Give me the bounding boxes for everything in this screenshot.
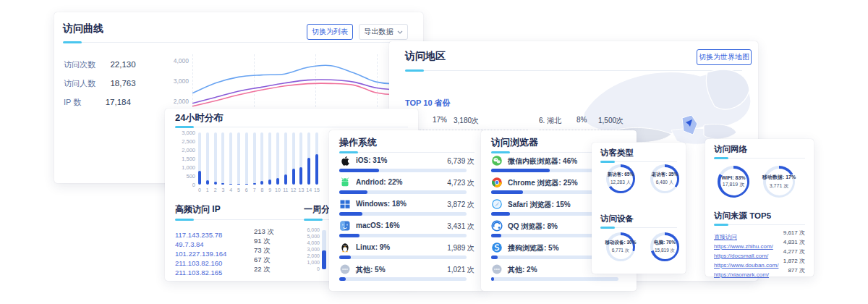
source-count: 4,277 次 [783,248,805,256]
weekly-bar-chart [322,230,329,269]
device-title: 访问设备 [600,214,634,224]
source-link[interactable]: https://xiaomark.com/ [714,271,769,278]
visitor-device-card: 访客类型 新访客: 65%12,283 人 老访客: 35%6,480 人 访问… [592,143,686,274]
returning-visitor-donut: 老访客: 35%6,480 人 [650,164,679,193]
browser-label: Safari 浏览器: 15% [508,200,571,210]
os-label: iOS: 31% [356,156,387,164]
windows-icon [339,198,351,210]
export-data-button[interactable]: 导出数据 [359,24,408,40]
linux-icon [339,242,351,253]
os-progress [339,190,467,194]
title-divider [339,152,475,153]
mobile-data-donut: 移动数据: 17%3,771 次 [763,166,795,198]
wechat-icon [491,155,503,166]
os-label: Windows: 18% [356,200,407,208]
title-divider [175,127,408,127]
os-count: 4,723 次 [447,178,475,188]
province-row-6: 6. 湖北 8% 1,500次 [539,116,644,132]
province-name: 6. 湖北 [539,116,561,126]
source-count: 877 次 [788,266,805,274]
region-title: 访问地区 [405,50,446,63]
os-row-other: 其他: 5% 1,021 次 [339,263,475,275]
os-row-android: Andriod: 22% 4,723 次 [339,177,475,188]
os-progress [339,169,467,172]
stat-value: 22,130 [110,60,135,69]
ip-count: 213 次 [254,227,274,237]
title-divider [63,42,414,43]
new-visitor-donut: 新访客: 65%12,283 人 [606,164,635,193]
browser-label: Chrome 浏览器: 25% [508,178,578,188]
province-percent: 17% [433,116,447,124]
other-icon [339,263,351,275]
qq-icon [491,220,503,232]
ip-count: 91 次 [254,237,271,246]
os-count: 1,021 次 [447,265,475,275]
weekly-y-axis: 6,0005,0004,0003,0002,0001,0000 [294,230,320,274]
os-row-ios: iOS: 31% 6,739 次 [339,155,475,166]
ip-row: 117.143.235.78 213 次 [175,227,291,237]
macos-icon [339,220,351,232]
android-icon [339,177,351,188]
province-percent: 8% [576,116,587,124]
frequent-ip-title: 高频访问 IP [175,203,221,216]
source-row: https://www.zhihu.com/ 4,831 次 [714,238,805,246]
stat-value: 18,763 [110,79,135,88]
province-count: 1,500次 [598,116,624,126]
source-count: 4,831 次 [783,238,805,246]
chrome-icon [491,177,503,188]
os-progress [339,277,467,281]
os-count: 3,872 次 [447,200,475,210]
ip-count-stat: IP 数 17,184 [64,95,131,108]
network-source-card: 访问网络 WIFI: 83%17,819 次 移动数据: 17%3,771 次 … [705,139,814,276]
switch-to-list-button[interactable]: 切换为列表 [307,24,353,40]
os-label: Andriod: 22% [356,178,402,186]
hourly-title: 24小时分布 [175,111,223,124]
ip-count: 67 次 [254,256,271,265]
source-row: https://xiaomark.com/ 877 次 [714,266,805,274]
ip-row: 211.103.82.160 67 次 [175,256,291,265]
title-divider [600,227,677,228]
stat-label: 访问次数 [64,60,95,69]
browser-label: 搜狗浏览器: 5% [508,243,559,253]
title-divider [600,161,677,162]
os-count: 1,989 次 [447,243,475,253]
os-row-linux: Linux: 9% 1,989 次 [339,242,475,253]
os-label: Linux: 9% [356,243,390,251]
source-row: https://docsmall.com/ 4,277 次 [714,248,805,256]
hourly-y-axis: 3,0002,5002,0001,5001,0005000 [165,132,195,190]
visit-count-stat: 访问次数 22,130 [64,57,136,70]
browser-label: 微信内嵌浏览器: 46% [508,156,577,166]
os-progress [339,234,467,237]
source-count: 1,872 次 [783,257,805,265]
stat-value: 17,184 [106,98,131,106]
visitor-count-stat: 访问人数 18,763 [64,76,136,89]
network-title: 访问网络 [714,144,747,155]
browser-title: 访问浏览器 [491,136,538,149]
dashboard-page: { "visit_curve": { "title": "访问曲线", "swi… [0,0,868,304]
source-count: 9,617 次 [783,229,805,237]
browser-label: QQ 浏览器: 8% [508,221,558,232]
mobile-device-donut: 移动设备: 30%6,771 次 [606,232,635,261]
os-label: macOS: 16% [356,221,400,229]
pc-device-donut: 电脑: 70%15,819 次 [650,232,679,261]
os-count: 6,739 次 [447,156,475,166]
title-divider [714,224,805,225]
chevron-down-icon [397,30,403,34]
ip-row: 101.227.139.164 73 次 [175,246,291,256]
top10-provinces-label: TOP 10 省份 [405,98,451,109]
browser-progress [491,277,618,281]
os-progress [339,212,467,216]
os-card: 操作系统 iOS: 31% 6,739 次 Andriod: 22% 4,723… [329,130,485,291]
source-title: 访问来源 TOP5 [714,211,771,221]
os-label: 其他: 5% [356,265,386,275]
export-data-label: 导出数据 [365,27,393,37]
os-count: 3,431 次 [447,221,475,232]
stat-label: 访问人数 [64,79,95,88]
ip-count: 22 次 [254,265,271,274]
other-icon [491,263,503,275]
os-title: 操作系统 [339,136,377,149]
ip-row: 49.7.3.84 91 次 [175,237,291,246]
ip-link[interactable]: 211.103.82.165 [175,269,222,276]
os-row-windows: Windows: 18% 3,872 次 [339,198,475,210]
os-progress [339,256,467,259]
